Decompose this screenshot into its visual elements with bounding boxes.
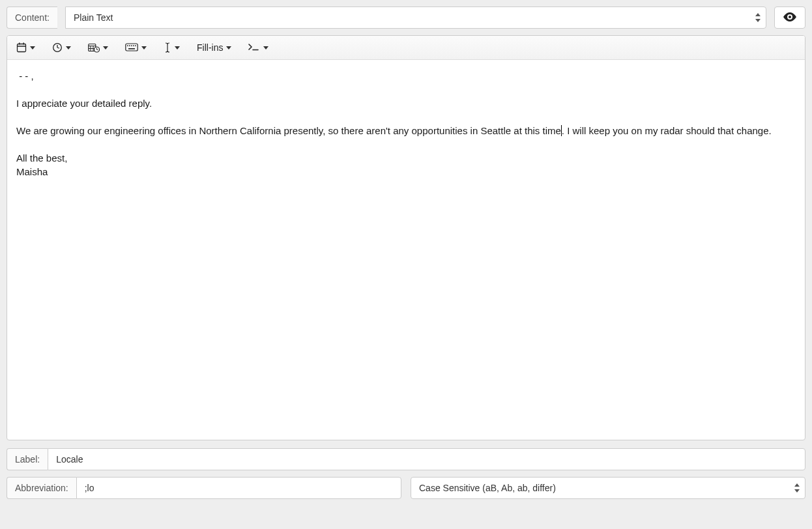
- text-cursor-icon: [164, 42, 171, 53]
- svg-rect-17: [127, 45, 128, 46]
- insert-script-button[interactable]: [248, 42, 268, 53]
- editor-toolbar: Fill-ins: [7, 36, 805, 60]
- clock-icon: [52, 42, 63, 53]
- abbreviation-field-label: Abbreviation:: [7, 477, 76, 499]
- editor-line: All the best,: [16, 152, 67, 164]
- insert-cursor-button[interactable]: [164, 41, 180, 54]
- svg-rect-22: [128, 48, 135, 50]
- svg-point-0: [789, 16, 791, 18]
- editor-textarea[interactable]: - - , I appreciate your detailed reply. …: [7, 60, 805, 440]
- content-type-selected: Plain Text: [65, 7, 766, 29]
- terminal-icon: [248, 44, 260, 51]
- content-label: Content:: [7, 7, 57, 29]
- insert-datetime-button[interactable]: [88, 41, 108, 54]
- insert-date-button[interactable]: [16, 41, 35, 54]
- svg-rect-19: [131, 45, 132, 46]
- insert-key-button[interactable]: [125, 42, 147, 53]
- svg-rect-20: [133, 45, 134, 46]
- svg-line-15: [97, 50, 98, 50]
- editor-line: I appreciate your detailed reply.: [16, 98, 152, 109]
- editor-line: Maisha: [16, 166, 48, 177]
- svg-rect-21: [135, 45, 136, 46]
- content-type-select[interactable]: Plain Text: [65, 7, 766, 29]
- abbreviation-input[interactable]: ;lo: [76, 477, 401, 499]
- editor: Fill-ins - - , I appreciate your detaile…: [7, 35, 805, 440]
- editor-line: We are growing our engineering offices i…: [16, 125, 561, 136]
- svg-rect-1: [18, 44, 26, 52]
- preview-button[interactable]: [774, 7, 805, 29]
- insert-time-button[interactable]: [52, 41, 71, 54]
- calendar-icon: [16, 42, 27, 53]
- label-field-label: Label:: [7, 448, 48, 470]
- svg-rect-18: [129, 45, 130, 46]
- editor-line: - - ,: [16, 70, 34, 81]
- label-input[interactable]: Locale: [48, 448, 805, 470]
- case-sensitivity-select[interactable]: Case Sensitive (aB, Ab, ab, differ): [411, 477, 805, 499]
- fillins-label: Fill-ins: [197, 42, 223, 53]
- fillins-button[interactable]: Fill-ins: [197, 41, 231, 54]
- svg-rect-16: [126, 44, 138, 51]
- datetime-icon: [88, 42, 100, 53]
- svg-rect-4: [23, 43, 25, 45]
- editor-line: . I will keep you on my radar should tha…: [562, 125, 772, 136]
- case-sensitivity-selected: Case Sensitive (aB, Ab, ab, differ): [411, 477, 805, 499]
- keyboard-icon: [125, 43, 138, 52]
- eye-icon: [783, 12, 797, 23]
- svg-line-7: [57, 48, 59, 48]
- svg-rect-3: [19, 43, 20, 45]
